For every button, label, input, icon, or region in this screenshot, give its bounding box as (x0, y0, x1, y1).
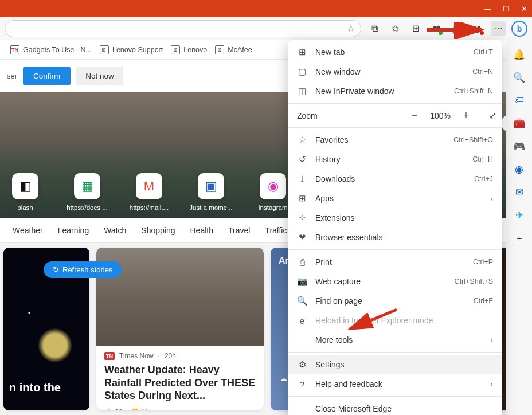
tile-icon: ▣ (198, 173, 224, 199)
bookmark-label: McAfee (228, 46, 252, 54)
favorites-icon[interactable]: ✩ (388, 21, 402, 36)
page-icon: 🗎 (171, 45, 180, 54)
card-headline: n into the (9, 381, 61, 394)
drop-icon[interactable]: ✈ (513, 209, 526, 221)
bookmark-item[interactable]: 🗎 Lenovo (171, 45, 207, 54)
annotation-arrow (424, 22, 493, 39)
dislike-button[interactable]: 👎 11 (131, 408, 149, 411)
menu-inprivate[interactable]: ◫ New InPrivate window Ctrl+Shift+N (288, 81, 502, 101)
search-icon: 🔍 (297, 296, 307, 306)
ie-icon: e (297, 315, 307, 326)
menu-print[interactable]: ⎙ Print Ctrl+P (288, 252, 502, 272)
chevron-right-icon: › (490, 335, 493, 344)
window-icon: ▢ (297, 66, 307, 77)
close-window-button[interactable]: ✕ (521, 5, 527, 13)
feed-tab[interactable]: Shopping (141, 226, 175, 235)
menu-downloads[interactable]: ⭳ Downloads Ctrl+J (288, 169, 502, 189)
page-icon: 🗎 (215, 45, 224, 54)
feed-tab[interactable]: Weather (13, 226, 43, 235)
menu-history[interactable]: ↺ History Ctrl+H (288, 150, 502, 169)
menu-extensions[interactable]: ✧ Extensions (288, 208, 502, 228)
extensions-icon: ✧ (297, 213, 307, 223)
bookmark-label: Lenovo (183, 46, 207, 54)
fullscreen-button[interactable]: ⤢ (482, 110, 496, 121)
zoom-in-button[interactable]: + (459, 109, 474, 122)
more-menu: ⊞ New tab Ctrl+T ▢ New window Ctrl+N ◫ N… (288, 40, 502, 415)
bing-chat-icon[interactable]: b (511, 21, 527, 37)
refresh-icon: ↻ (53, 265, 59, 274)
bookmark-item[interactable]: TN Gadgets To Use - N... (10, 45, 92, 54)
heart-icon: ❤ (297, 232, 307, 242)
gear-icon: ⚙ (297, 359, 307, 370)
not-now-button[interactable]: Not now (76, 67, 123, 85)
quick-link-tile[interactable]: ◧plash (5, 173, 46, 211)
like-button[interactable]: 👍 38 (104, 408, 123, 411)
chevron-right-icon: › (490, 194, 493, 203)
source-time: 20h (165, 352, 176, 360)
feed-tab[interactable]: Health (190, 226, 213, 235)
chevron-right-icon: › (490, 379, 493, 389)
card-source: TN Times Now · 20h (104, 352, 256, 360)
favorite-star-icon[interactable]: ☆ (347, 23, 355, 34)
window-titlebar: — ☐ ✕ (0, 0, 532, 17)
tile-icon: ◧ (12, 173, 38, 199)
tile-label: plash (0, 204, 51, 211)
bookmark-item[interactable]: 🗎 McAfee (215, 45, 252, 54)
quick-link-tile[interactable]: ▣Just a mome... (190, 173, 232, 211)
collections-icon[interactable]: ⊞ (408, 21, 423, 36)
tile-icon: ◉ (260, 173, 286, 199)
notification-text: ser (7, 72, 17, 80)
menu-webcapture[interactable]: 📷 Web capture Ctrl+Shift+S (288, 272, 502, 291)
feed-tab[interactable]: Traffic (265, 226, 287, 235)
refresh-stories-button[interactable]: ↻ Refresh stories (44, 261, 122, 278)
apps-icon: ⊞ (297, 193, 307, 203)
card-headline: Weather Update: Heavy Rainfall Predicted… (104, 363, 256, 402)
zoom-out-button[interactable]: − (407, 109, 422, 122)
split-screen-icon[interactable]: ⧉ (367, 21, 382, 36)
print-icon: ⎙ (297, 257, 307, 267)
office-icon[interactable]: ◉ (513, 163, 526, 175)
confirm-button[interactable]: Confirm (23, 67, 71, 85)
bell-icon[interactable]: 🔔 (513, 48, 526, 61)
tile-label: https://mail.... (123, 204, 175, 211)
maximize-button[interactable]: ☐ (503, 5, 510, 13)
site-icon: TN (10, 45, 19, 54)
card-more-icon[interactable]: ⋯ (249, 408, 256, 411)
bookmark-label: Lenovo Support (112, 46, 163, 54)
minimize-button[interactable]: — (484, 5, 491, 13)
card-reactions: 👍 38 👎 11 ⋯ (104, 408, 256, 411)
menu-help[interactable]: ? Help and feedback › (288, 374, 502, 394)
address-bar[interactable]: ☆ (5, 20, 361, 37)
feed-tab[interactable]: Watch (104, 226, 126, 235)
quick-link-tile[interactable]: ▦https://docs.... (66, 173, 108, 211)
tab-icon: ⊞ (297, 47, 307, 57)
menu-new-window[interactable]: ▢ New window Ctrl+N (288, 62, 502, 81)
tile-icon: ▦ (74, 173, 100, 199)
menu-settings[interactable]: ⚙ Settings (288, 355, 502, 374)
menu-zoom: Zoom − 100% + ⤢ (288, 106, 502, 125)
feed-tab[interactable]: Travel (228, 226, 250, 235)
quick-link-tile[interactable]: Mhttps://mail.... (128, 173, 170, 211)
search-icon[interactable]: 🔍 (513, 71, 526, 84)
menu-apps[interactable]: ⊞ Apps › (288, 189, 502, 208)
source-icon: TN (104, 352, 115, 360)
zoom-value: 100% (430, 111, 451, 120)
cloud-icon: ☁ (280, 374, 287, 383)
menu-favorites[interactable]: ☆ Favorites Ctrl+Shift+O (288, 130, 502, 150)
tile-label: Just a mome... (185, 204, 237, 211)
help-icon: ? (297, 379, 307, 389)
shopping-icon[interactable]: 🏷 (513, 94, 526, 107)
games-icon[interactable]: 🎮 (513, 140, 526, 152)
outlook-icon[interactable]: ✉ (513, 186, 526, 198)
star-icon: ☆ (297, 135, 307, 145)
menu-new-tab[interactable]: ⊞ New tab Ctrl+T (288, 42, 502, 62)
tile-icon: M (136, 173, 162, 199)
feed-tab[interactable]: Learning (58, 226, 89, 235)
add-sidebar-icon[interactable]: ＋ (513, 232, 526, 244)
tools-icon[interactable]: 🧰 (513, 117, 526, 130)
menu-close-edge[interactable]: Close Microsoft Edge (288, 399, 502, 415)
menu-essentials[interactable]: ❤ Browser essentials (288, 228, 502, 247)
news-card[interactable]: TN Times Now · 20h Weather Update: Heavy… (96, 248, 264, 410)
bookmark-item[interactable]: 🗎 Lenovo Support (100, 45, 163, 54)
svg-line-1 (350, 310, 397, 329)
